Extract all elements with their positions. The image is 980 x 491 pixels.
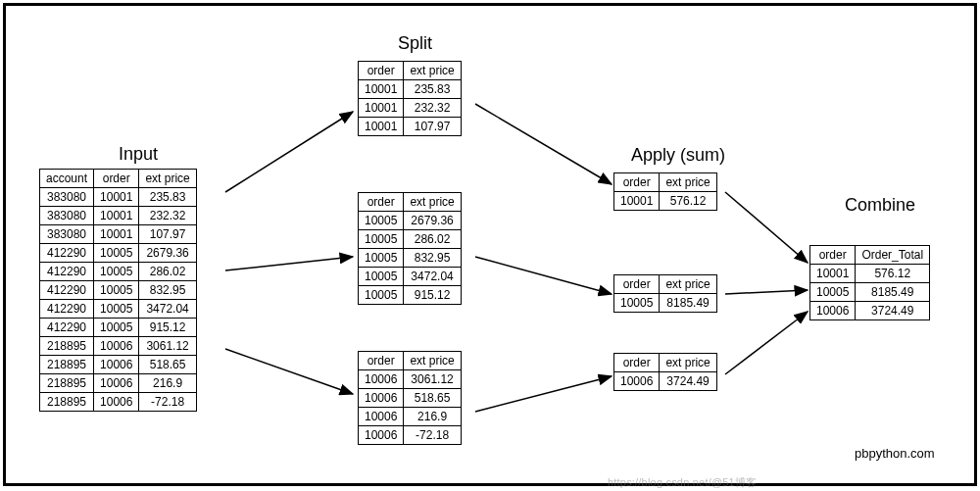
input-table: account order ext price 38308010001235.8… (39, 169, 197, 412)
table-row: 10001576.12 (810, 265, 930, 283)
table-row: 218895100063061.12 (40, 337, 197, 356)
col-order: order (614, 275, 660, 294)
col-order-total: Order_Total (856, 246, 930, 265)
split-table-2: order ext price 100052679.36 10005286.02… (358, 192, 462, 305)
table-row: 38308010001107.97 (40, 225, 197, 244)
combine-title: Combine (845, 195, 915, 216)
apply-title: Apply (sum) (631, 145, 725, 166)
col-order: order (614, 173, 660, 192)
apply-table-3: order ext price 100063724.49 (613, 353, 717, 391)
table-row: 10005832.95 (359, 249, 462, 268)
table-row: 21889510006-72.18 (40, 393, 197, 412)
table-row: 412290100053472.04 (40, 300, 197, 319)
table-row: 10006-72.18 (359, 426, 462, 445)
table-row: 10006518.65 (359, 389, 462, 408)
table-row: 10006216.9 (359, 408, 462, 426)
col-ext-price: ext price (660, 275, 716, 294)
split-title: Split (398, 33, 432, 54)
apply-table-1: order ext price 10001576.12 (613, 172, 717, 211)
table-row: 38308010001232.32 (40, 207, 197, 225)
col-order: order (359, 62, 404, 80)
col-ext-price: ext price (660, 173, 716, 192)
table-row: 100052679.36 (359, 212, 462, 230)
table-row: 100063061.12 (359, 370, 462, 389)
table-row: 10001576.12 (614, 192, 717, 211)
table-row: 21889510006216.9 (40, 374, 197, 393)
table-row: 10001232.32 (359, 99, 462, 118)
apply-table-2: order ext price 100058185.49 (613, 274, 717, 313)
col-order: order (359, 352, 404, 370)
col-account: account (40, 170, 94, 188)
table-row: 10001107.97 (359, 118, 462, 136)
table-row: 41229010005832.95 (40, 281, 197, 300)
col-order: order (614, 354, 660, 372)
col-ext-price: ext price (660, 354, 716, 372)
credit-text: pbpython.com (855, 446, 935, 461)
col-ext-price: ext price (404, 193, 461, 212)
col-ext-price: ext price (139, 170, 196, 188)
col-order: order (359, 193, 404, 212)
split-table-1: order ext price 10001235.83 10001232.32 … (358, 61, 462, 136)
col-ext-price: ext price (404, 352, 461, 370)
col-ext-price: ext price (404, 62, 461, 80)
table-row: 41229010005915.12 (40, 319, 197, 337)
table-row: 100063724.49 (614, 372, 717, 391)
table-row: 10005286.02 (359, 230, 462, 249)
col-order: order (94, 170, 139, 188)
table-row: 10005915.12 (359, 286, 462, 305)
table-row: 100063724.49 (810, 302, 930, 320)
input-title: Input (119, 144, 158, 165)
table-row: 412290100052679.36 (40, 244, 197, 263)
table-row: 100058185.49 (810, 283, 930, 302)
watermark-text: https://blog.csdn.net/@51博客 (608, 475, 757, 490)
table-row: 38308010001235.83 (40, 188, 197, 207)
split-table-3: order ext price 100063061.12 10006518.65… (358, 351, 462, 445)
table-row: 100058185.49 (614, 294, 717, 313)
col-order: order (810, 246, 856, 265)
table-row: 100053472.04 (359, 268, 462, 286)
table-row: 21889510006518.65 (40, 356, 197, 374)
table-row: 41229010005286.02 (40, 263, 197, 281)
table-row: 10001235.83 (359, 80, 462, 99)
combine-table: order Order_Total 10001576.12 100058185.… (809, 245, 930, 320)
